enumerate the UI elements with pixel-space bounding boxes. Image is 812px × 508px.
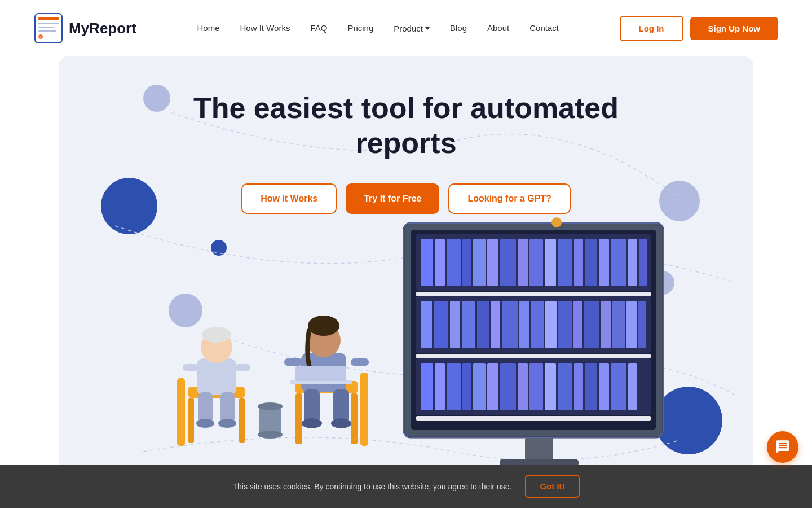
svg-rect-52 [473, 363, 486, 410]
svg-rect-26 [639, 239, 647, 286]
svg-point-95 [331, 418, 351, 428]
svg-rect-51 [462, 363, 471, 410]
svg-rect-38 [545, 301, 557, 348]
svg-rect-59 [574, 363, 583, 410]
nav-item-product[interactable]: Product [394, 24, 430, 33]
hero-section: The easiest tool for automated reports H… [59, 56, 753, 488]
try-free-button[interactable]: Try It for Free [346, 183, 439, 214]
svg-rect-45 [638, 301, 646, 348]
svg-rect-32 [462, 301, 475, 348]
nav-links: Home How It Works FAQ Pricing Product Bl… [197, 23, 558, 33]
svg-rect-56 [529, 363, 543, 410]
svg-rect-96 [259, 406, 281, 435]
deco-orange-dot [551, 217, 562, 227]
svg-rect-23 [599, 239, 609, 286]
svg-rect-48 [421, 363, 433, 410]
signup-button[interactable]: Sign Up Now [690, 17, 779, 40]
svg-rect-69 [188, 398, 194, 443]
svg-rect-54 [500, 363, 516, 410]
svg-rect-33 [477, 301, 489, 348]
chat-button[interactable] [767, 431, 798, 463]
chevron-down-icon [425, 27, 430, 30]
svg-rect-50 [447, 363, 461, 410]
svg-rect-71 [177, 378, 185, 446]
svg-rect-31 [450, 301, 460, 348]
svg-rect-22 [585, 239, 597, 286]
svg-rect-57 [545, 363, 556, 410]
svg-rect-64 [416, 416, 651, 421]
nav-item-blog[interactable]: Blog [450, 23, 467, 33]
svg-point-79 [196, 419, 214, 428]
svg-point-80 [218, 419, 236, 428]
svg-rect-18 [529, 239, 543, 286]
svg-rect-77 [198, 392, 213, 423]
svg-rect-37 [531, 301, 544, 348]
logo-link[interactable]: a MyReport [34, 12, 136, 44]
cookie-banner: This site uses cookies. By continuing to… [0, 465, 812, 508]
svg-rect-20 [558, 239, 572, 286]
svg-rect-19 [545, 239, 556, 286]
nav-item-contact[interactable]: Contact [529, 23, 559, 33]
chat-icon [775, 439, 791, 455]
svg-point-97 [258, 402, 283, 410]
hero-title: The easiest tool for automated reports [180, 90, 632, 161]
nav-item-pricing[interactable]: Pricing [347, 23, 373, 33]
svg-rect-42 [601, 301, 611, 348]
svg-rect-70 [239, 398, 245, 443]
svg-rect-60 [585, 363, 597, 410]
svg-rect-2 [38, 23, 59, 24]
nav-item-home[interactable]: Home [197, 23, 219, 33]
svg-rect-13 [462, 239, 471, 286]
people-illustration [171, 274, 386, 488]
svg-rect-11 [435, 239, 445, 286]
svg-rect-43 [612, 301, 625, 348]
svg-rect-58 [558, 363, 572, 410]
svg-rect-88 [284, 358, 302, 366]
gpt-button[interactable]: Looking for a GPT? [448, 183, 570, 214]
navbar: a MyReport Home How It Works FAQ Pricing… [0, 0, 812, 56]
svg-rect-75 [183, 364, 198, 371]
login-button[interactable]: Log In [620, 16, 683, 41]
svg-rect-25 [628, 239, 637, 286]
svg-rect-34 [491, 301, 500, 348]
svg-rect-41 [584, 301, 599, 348]
svg-rect-29 [421, 301, 432, 348]
nav-item-about[interactable]: About [487, 23, 509, 33]
cookie-message: This site uses cookies. By continuing to… [232, 482, 511, 491]
deco-circle-4 [211, 240, 227, 256]
svg-rect-62 [611, 363, 626, 410]
svg-rect-76 [235, 364, 250, 371]
hero-content: The easiest tool for automated reports H… [59, 56, 753, 214]
svg-point-94 [302, 418, 322, 428]
svg-rect-35 [502, 301, 518, 348]
svg-rect-53 [487, 363, 498, 410]
svg-rect-61 [599, 363, 609, 410]
svg-rect-14 [473, 239, 486, 286]
svg-rect-82 [295, 393, 302, 444]
svg-rect-49 [435, 363, 445, 410]
svg-rect-12 [447, 239, 461, 286]
svg-rect-46 [416, 354, 651, 358]
got-it-button[interactable]: Got It! [525, 475, 579, 498]
nav-buttons: Log In Sign Up Now [620, 16, 779, 41]
hero-buttons: How It Works Try It for Free Looking for… [59, 183, 753, 214]
nav-item-how-it-works[interactable]: How It Works [240, 23, 290, 33]
how-it-works-button[interactable]: How It Works [241, 183, 337, 214]
svg-point-87 [308, 316, 339, 336]
svg-rect-78 [220, 392, 235, 423]
svg-rect-4 [38, 30, 56, 32]
svg-rect-36 [519, 301, 529, 348]
svg-rect-21 [574, 239, 583, 286]
svg-rect-17 [518, 239, 528, 286]
svg-rect-63 [628, 363, 637, 410]
svg-point-74 [202, 327, 231, 343]
logo-icon: a [34, 12, 63, 44]
svg-rect-3 [38, 27, 54, 28]
svg-rect-24 [611, 239, 626, 286]
svg-point-98 [258, 431, 283, 439]
svg-rect-44 [626, 301, 637, 348]
svg-rect-27 [416, 292, 651, 296]
nav-item-faq[interactable]: FAQ [310, 23, 327, 33]
svg-rect-89 [351, 358, 369, 366]
svg-rect-72 [197, 358, 236, 395]
